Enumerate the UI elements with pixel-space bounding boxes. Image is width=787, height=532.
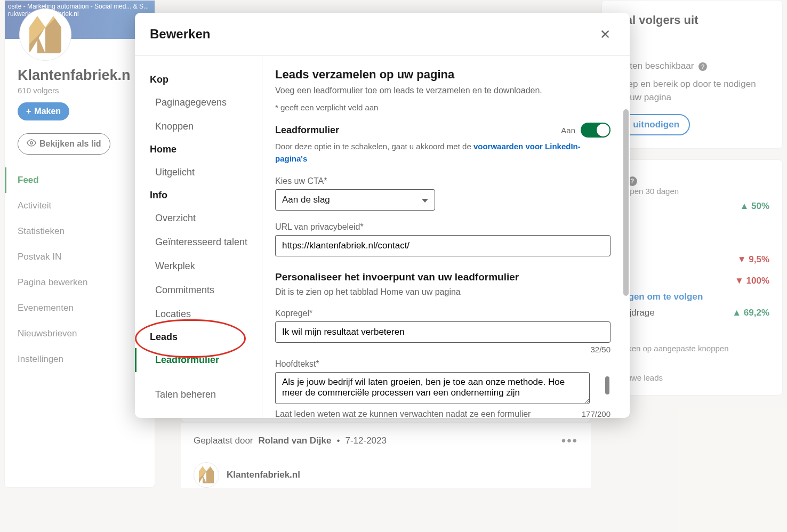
modal-nav-locaties[interactable]: Locaties — [135, 302, 262, 326]
hint-prefix: Door deze optie in te schakelen, gaat u … — [275, 142, 473, 151]
modal-nav-paginagegevens[interactable]: Paginagegevens — [135, 91, 262, 115]
textarea-scrollbar[interactable] — [605, 376, 609, 394]
modal-nav-uitgelicht[interactable]: Uitgelicht — [135, 160, 262, 184]
post-author-row: Klantenfabriek.nl — [181, 459, 591, 488]
more-icon[interactable]: ••• — [561, 433, 578, 448]
period-text: gelopen 30 dagen — [615, 187, 769, 196]
kopregel-charcount: 32/50 — [275, 345, 611, 354]
toggle-knob — [597, 124, 609, 136]
stat-down: ▼ 100% — [735, 276, 769, 286]
hoofdtekst-label: Hoofdtekst* — [275, 359, 611, 369]
page-avatar — [20, 9, 71, 60]
nav-item-inbox[interactable]: Postvak IN — [5, 244, 155, 270]
modal-nav-heading-leads: Leads — [135, 326, 262, 348]
content-heading: Leads verzamelen op uw pagina — [275, 68, 611, 82]
invite-follow-link[interactable]: odigen om te volgen — [615, 292, 769, 302]
modal-nav-talent[interactable]: Geïnteresseerd talent — [135, 230, 262, 254]
view-as-member-button[interactable]: Bekijken als lid — [18, 133, 110, 155]
eye-icon — [27, 138, 36, 150]
modal-content: Leads verzamelen op uw pagina Voeg een l… — [262, 56, 630, 418]
edit-modal: Bewerken Kop Paginagegevens Knoppen Home… — [135, 13, 630, 418]
required-hint: * geeft een verplicht veld aan — [275, 103, 611, 112]
left-sidebar-card: osite - Marketing automation - Social me… — [4, 0, 155, 488]
cta-select-value: Aan de slag — [282, 195, 330, 205]
stat-number: 0 — [615, 330, 769, 344]
leadform-toggle[interactable] — [581, 123, 611, 138]
modal-nav-knoppen[interactable]: Knoppen — [135, 115, 262, 139]
modal-nav: Kop Paginagegevens Knoppen Home Uitgelic… — [135, 56, 262, 418]
nav-item-feed[interactable]: Feed — [5, 167, 155, 193]
left-nav: Feed Activiteit Statistieken Postvak IN … — [5, 167, 155, 372]
post-date: 7-12-2023 — [345, 436, 387, 446]
avatar-logo-icon — [199, 466, 214, 483]
hoofdtekst-hint: Laat leden weten wat ze kunnen verwachte… — [275, 409, 571, 418]
page-title: Klantenfabriek.n — [18, 67, 142, 84]
grow-title: ntal volgers uit — [615, 13, 769, 27]
modal-nav-leadformulier[interactable]: Leadformulier — [135, 348, 262, 372]
grow-desc: groep en bereik op door te nodigen om uw… — [615, 77, 769, 104]
nav-item-newsletters[interactable]: Nieuwsbrieven — [5, 321, 155, 346]
modal-nav-heading-info: Info — [135, 184, 262, 206]
create-button[interactable]: + Maken — [18, 102, 69, 120]
privacy-url-input[interactable] — [275, 235, 611, 256]
help-icon[interactable]: ? — [698, 62, 707, 71]
post-author-name: Klantenfabriek.nl — [227, 470, 300, 480]
cta-select[interactable]: Aan de slag — [275, 189, 435, 211]
privacy-label: URL van privacybeleid* — [275, 222, 611, 232]
plus-icon: + — [26, 107, 31, 116]
hoofdtekst-charcount: 177/200 — [582, 409, 611, 418]
view-as-label: Bekijken als lid — [39, 139, 101, 149]
leadform-label: Leadformulier — [275, 125, 339, 136]
stat-up: ▲ 50% — [740, 201, 769, 212]
avatar-logo-icon — [29, 16, 61, 53]
nav-item-activity[interactable]: Activiteit — [5, 193, 155, 219]
close-icon[interactable] — [596, 25, 615, 44]
kopregel-label: Kopregel* — [275, 309, 611, 318]
modal-nav-heading-kop: Kop — [135, 69, 262, 91]
post-avatar — [194, 462, 219, 488]
cta-label: Kies uw CTA* — [275, 176, 611, 186]
stat-leads-label: Nieuwe leads — [615, 373, 769, 382]
posted-by-prefix: Geplaatst door — [194, 436, 253, 446]
leadform-hint: Door deze optie in te schakelen, gaat u … — [275, 141, 611, 165]
post-meta-row: Geplaatst door Roland van Dijke • 7-12-2… — [181, 422, 591, 459]
content-sub: Voeg een leadformulier toe om leads te v… — [275, 86, 611, 95]
stat-down: ▼ 9,5% — [737, 254, 769, 265]
posted-by-name: Roland van Dijke — [259, 436, 332, 446]
modal-nav-talen[interactable]: Talen beheren — [135, 383, 262, 407]
modal-nav-werkplek[interactable]: Werkplek — [135, 254, 262, 278]
stat-up: ▲ 69,2% — [732, 308, 769, 318]
modal-nav-commitments[interactable]: Commitments — [135, 278, 262, 302]
nav-item-edit-page[interactable]: Pagina bewerken — [5, 270, 155, 295]
personalize-sub: Dit is te zien op het tabblad Home van u… — [275, 287, 611, 297]
hoofdtekst-textarea[interactable] — [275, 372, 590, 404]
modal-title: Bewerken — [150, 27, 210, 42]
personalize-heading: Personaliseer het invoerpunt van uw lead… — [275, 271, 611, 283]
modal-header: Bewerken — [135, 13, 630, 56]
nav-item-stats[interactable]: Statistieken — [5, 219, 155, 244]
kopregel-input[interactable] — [275, 321, 611, 343]
modal-nav-heading-home: Home — [135, 139, 262, 160]
nav-item-events[interactable]: Evenementen — [5, 295, 155, 321]
create-button-label: Maken — [34, 107, 61, 116]
stat-clicks-label: Klikken op aangepaste knoppen — [615, 344, 769, 353]
toggle-state-text: Aan — [561, 126, 575, 135]
dot-separator: • — [337, 436, 340, 446]
followers-count: 610 volgers — [18, 86, 142, 95]
stat-number: 0 — [615, 359, 769, 373]
modal-body: Kop Paginagegevens Knoppen Home Uitgelic… — [135, 56, 630, 418]
nav-item-settings[interactable]: Instellingen — [5, 346, 155, 372]
modal-nav-overzicht[interactable]: Overzicht — [135, 206, 262, 230]
svg-point-0 — [30, 142, 33, 144]
